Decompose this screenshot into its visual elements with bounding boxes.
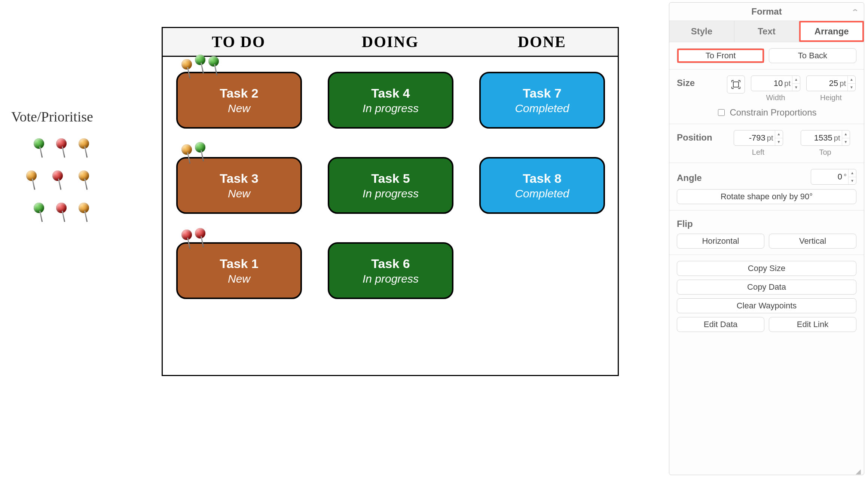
pin-green-icon[interactable]: [34, 138, 45, 161]
pin-orange-icon[interactable]: [79, 170, 90, 193]
chevron-up-icon[interactable]: ▲: [848, 76, 855, 84]
clear-waypoints-button[interactable]: Clear Waypoints: [677, 298, 856, 313]
width-input[interactable]: pt ▲▼: [751, 76, 800, 91]
task-card[interactable]: Task 4 In progress: [328, 72, 453, 129]
constrain-checkbox[interactable]: [718, 109, 725, 116]
task-title: Task 8: [523, 171, 561, 186]
collapse-icon[interactable]: ⌃: [851, 8, 859, 16]
flip-horizontal-button[interactable]: Horizontal: [677, 234, 764, 249]
section-flip: Flip Horizontal Vertical: [669, 210, 864, 255]
spinner[interactable]: ▲▼: [792, 76, 800, 91]
height-caption: Height: [806, 93, 856, 102]
edit-data-button[interactable]: Edit Data: [677, 317, 764, 332]
left-caption: Left: [727, 148, 789, 157]
kanban-header: TO DO DOING DONE: [163, 28, 618, 57]
unit-label: pt: [767, 134, 775, 142]
pin-orange-icon[interactable]: [79, 138, 90, 161]
kanban-board[interactable]: TO DO DOING DONE Task 2 New Task 3 New T…: [162, 27, 619, 376]
spinner[interactable]: ▲▼: [775, 130, 783, 145]
column-header-todo: TO DO: [163, 28, 314, 56]
chevron-down-icon[interactable]: ▼: [792, 84, 800, 91]
left-input[interactable]: pt ▲▼: [734, 130, 783, 146]
rotate-90-button[interactable]: Rotate shape only by 90°: [677, 189, 856, 204]
task-card[interactable]: Task 7 Completed: [479, 72, 605, 129]
svg-rect-0: [733, 82, 739, 87]
task-title: Task 4: [371, 86, 410, 101]
to-back-button[interactable]: To Back: [769, 48, 856, 63]
column-header-done: DONE: [466, 28, 618, 56]
format-tabs: Style Text Arrange: [669, 21, 864, 42]
task-card[interactable]: Task 8 Completed: [479, 157, 605, 214]
column-header-doing: DOING: [314, 28, 466, 56]
spinner[interactable]: ▲▼: [848, 169, 856, 184]
copy-data-button[interactable]: Copy Data: [677, 280, 856, 295]
task-status: In progress: [363, 102, 419, 115]
width-caption: Width: [750, 93, 801, 102]
chevron-down-icon[interactable]: ▼: [775, 138, 783, 146]
resize-handle-icon[interactable]: ◢: [856, 467, 862, 474]
spinner[interactable]: ▲▼: [842, 130, 850, 145]
top-input[interactable]: pt ▲▼: [801, 130, 850, 146]
section-actions: Copy Size Copy Data Clear Waypoints Edit…: [669, 255, 864, 342]
left-field[interactable]: [734, 133, 767, 143]
task-status: In progress: [363, 273, 419, 285]
pin-green-icon[interactable]: [34, 203, 45, 225]
chevron-down-icon[interactable]: ▼: [842, 138, 850, 146]
task-title: Task 2: [220, 86, 258, 101]
to-front-button[interactable]: To Front: [677, 48, 764, 63]
task-title: Task 5: [371, 171, 410, 186]
edit-link-button[interactable]: Edit Link: [769, 317, 856, 332]
width-field[interactable]: [751, 78, 784, 89]
column-doing: Task 4 In progress Task 5 In progress Ta…: [314, 57, 466, 375]
section-zorder: To Front To Back: [669, 42, 864, 70]
top-field[interactable]: [801, 133, 834, 143]
task-status: New: [228, 102, 250, 115]
spinner[interactable]: ▲▼: [847, 76, 855, 91]
position-label: Position: [677, 130, 722, 143]
section-angle: Angle ° ▲▼ Rotate shape only by 90°: [669, 163, 864, 210]
section-position: Position pt ▲▼ Left pt ▲▼ To: [669, 124, 864, 163]
pin-orange-icon[interactable]: [79, 203, 90, 225]
unit-label: pt: [834, 134, 842, 142]
kanban-body: Task 2 New Task 3 New Task 1 New: [163, 57, 618, 375]
task-status: In progress: [363, 187, 419, 200]
angle-field[interactable]: [811, 172, 844, 182]
chevron-down-icon[interactable]: ▼: [848, 84, 855, 91]
autosize-icon[interactable]: [727, 76, 745, 93]
chevron-up-icon[interactable]: ▲: [842, 130, 850, 138]
tab-arrange[interactable]: Arrange: [799, 21, 864, 42]
tab-style[interactable]: Style: [669, 21, 734, 42]
vote-prioritise-label: Vote/Prioritise: [11, 108, 142, 125]
format-panel: Format ⌃ Style Text Arrange To Front To …: [669, 2, 864, 475]
unit-label: pt: [840, 79, 847, 88]
format-panel-title: Format: [751, 6, 782, 17]
flip-vertical-button[interactable]: Vertical: [769, 234, 856, 249]
task-status: Completed: [515, 187, 569, 200]
task-card[interactable]: Task 1 New: [176, 242, 302, 299]
angle-label: Angle: [677, 170, 806, 183]
pin-orange-icon[interactable]: [26, 170, 37, 193]
chevron-up-icon[interactable]: ▲: [849, 169, 856, 177]
chevron-up-icon[interactable]: ▲: [792, 76, 800, 84]
task-title: Task 3: [220, 171, 258, 186]
task-title: Task 1: [220, 256, 258, 271]
chevron-down-icon[interactable]: ▼: [849, 177, 856, 185]
pin-red-icon[interactable]: [52, 170, 64, 193]
task-card[interactable]: Task 6 In progress: [328, 242, 453, 299]
section-size: Size pt ▲▼ Width pt ▲▼: [669, 70, 864, 124]
copy-size-button[interactable]: Copy Size: [677, 261, 856, 276]
height-input[interactable]: pt ▲▼: [806, 76, 856, 91]
top-caption: Top: [794, 148, 856, 157]
chevron-up-icon[interactable]: ▲: [775, 130, 783, 138]
task-card[interactable]: Task 5 In progress: [328, 157, 453, 214]
task-status: New: [228, 273, 250, 285]
tab-text[interactable]: Text: [734, 21, 800, 42]
pin-red-icon[interactable]: [56, 203, 67, 225]
pin-red-icon[interactable]: [56, 138, 67, 161]
task-card[interactable]: Task 3 New: [176, 157, 302, 214]
diagram-canvas[interactable]: Vote/Prioritise TO DO DOING DONE Task 2 …: [0, 0, 658, 477]
constrain-proportions[interactable]: Constrain Proportions: [677, 107, 856, 118]
task-card[interactable]: Task 2 New: [176, 72, 302, 129]
height-field[interactable]: [807, 78, 840, 89]
angle-input[interactable]: ° ▲▼: [811, 169, 856, 185]
